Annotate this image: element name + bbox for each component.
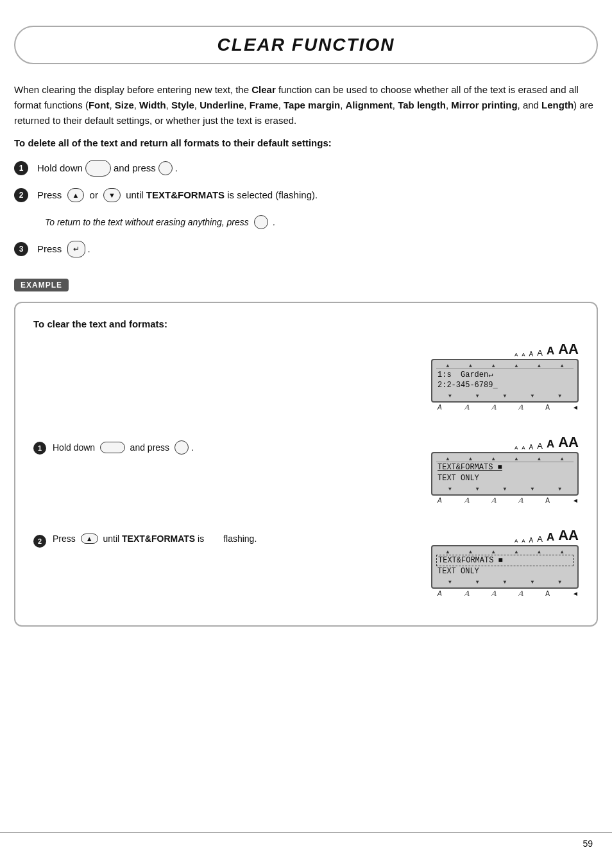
lcd-row2-1: 2:2-345-6789_ <box>436 380 574 392</box>
step3-text: Press <box>37 241 62 257</box>
lcd-row2-3: TEXT ONLY <box>436 566 574 578</box>
step-3-row: 3 Press ↵ . <box>14 241 598 257</box>
intro-comma-9: , <box>446 100 451 110</box>
example-step-1-row: 1 Hold down and press . A A A A A AA <box>33 434 579 514</box>
delete-heading: To delete all of the text and return all… <box>14 137 598 148</box>
lcd-screen-1: ▲▲▲▲▲▲ 1:s Garden↵ 2:2-345-6789_ ▼▼▼▼▼ <box>431 359 579 403</box>
intro-bold-mirror: Mirror printing <box>451 100 517 110</box>
lcd-display-1: A A A A A AA ▲▲▲▲▲▲ 1:s Garden↵ 2:2-345-… <box>425 341 579 411</box>
example-step-2-row: 2 Press ▲ until TEXT&FORMATS is flashing… <box>33 527 579 607</box>
main-steps: 1 Hold down and press . 2 Press ▲ or ▼ u… <box>14 160 598 204</box>
lcd-row1-1: 1:s Garden↵ <box>436 369 574 380</box>
step2-text-a: Press <box>37 187 62 204</box>
intro-bold-width: Width <box>139 100 166 110</box>
example-step1-num: 1 <box>33 442 46 455</box>
lcd-row2-2: TEXT ONLY <box>436 473 574 485</box>
intro-bold-underline: Underline <box>200 100 244 110</box>
example-step2-num: 2 <box>33 535 46 548</box>
step-3-content: Press ↵ . <box>37 241 90 257</box>
lcd-row1-3: TEXT&FORMATS ■ <box>436 555 574 566</box>
lcd-indicators-1: A 𝔸 𝔸 𝔸 A ◄ <box>438 404 579 411</box>
example-box: To clear the text and formats: A A A A A… <box>14 302 598 627</box>
intro-bold-tablength: Tab length <box>398 100 446 110</box>
page-number: 59 <box>582 838 593 849</box>
example-display-1-row: A A A A A AA ▲▲▲▲▲▲ 1:s Garden↵ 2:2-345-… <box>33 341 579 421</box>
lcd-indicators-2: A 𝔸 𝔸 𝔸 A ◄ <box>438 497 579 504</box>
intro-comma-2: , <box>134 100 139 110</box>
italic-note-row: To return to the text without erasing an… <box>45 215 598 229</box>
step-2-number: 2 <box>14 188 28 202</box>
lcd-row1-2: TEXT&FORMATS ■ <box>436 462 574 473</box>
ex-step2-bold: TEXT&FORMATS <box>122 534 195 544</box>
ex-step1-text-a: Hold down <box>53 442 95 453</box>
ex-step2-text-b: until <box>103 534 119 544</box>
intro-text-l: , and <box>518 100 542 110</box>
page-title: CLEAR FUNCTION <box>35 35 577 55</box>
intro-bold-alignment: Alignment <box>345 100 392 110</box>
step-2-content: Press ▲ or ▼ until TEXT&FORMATS is selec… <box>37 187 318 204</box>
title-box: CLEAR FUNCTION <box>14 26 598 64</box>
step2-bold-textformats: TEXT&FORMATS <box>146 187 225 204</box>
intro-comma-4: , <box>194 100 200 110</box>
cancel-key <box>254 215 268 229</box>
step1-period: . <box>175 160 178 177</box>
ex-step2-text-d: flashing. <box>223 534 257 544</box>
intro-bold-frame: Frame <box>250 100 278 110</box>
intro-comma-6: , <box>278 100 284 110</box>
example-box-title: To clear the text and formats: <box>33 318 579 329</box>
italic-note-text: To return to the text without erasing an… <box>45 217 249 227</box>
intro-bold-tapemargin: Tape margin <box>284 100 340 110</box>
lcd-display-2: A A A A A AA ▲▲▲▲▲▲ TEXT&FORMATS ■ TEXT … <box>425 434 579 504</box>
intro-bold-style: Style <box>171 100 194 110</box>
step-3-number: 3 <box>14 242 28 256</box>
ex-step1-period: . <box>191 442 194 453</box>
lcd-size-indicators-3: A A A A A AA <box>438 527 579 544</box>
lcd-size-indicators-1: A A A A A AA <box>438 341 579 358</box>
bottom-divider <box>0 832 612 833</box>
step2-text-b: or <box>90 187 98 204</box>
step-1-number: 1 <box>14 161 28 175</box>
lcd-indicators-3: A 𝔸 𝔸 𝔸 A ◄ <box>438 590 579 597</box>
intro-comma-8: , <box>393 100 398 110</box>
ex-step1-text-b: and press <box>130 442 169 453</box>
down-arrow-key: ▼ <box>103 188 121 203</box>
intro-bold-size: Size <box>115 100 134 110</box>
ex-step2-text-c: is <box>198 534 204 544</box>
ex-step1-clear-key <box>174 440 189 455</box>
intro-bold-clear: Clear <box>251 84 276 95</box>
clear-key-circle <box>158 161 173 175</box>
intro-comma-1: , <box>109 100 114 110</box>
intro-bold-font: Font <box>89 100 109 110</box>
ex-step1-code-key <box>100 442 125 453</box>
enter-key: ↵ <box>67 241 85 257</box>
ex-step2-text-a: Press <box>53 534 76 544</box>
example-step-1-text: 1 Hold down and press . <box>33 434 425 455</box>
step1-text-b: and press <box>114 160 156 177</box>
step-1-row: 1 Hold down and press . <box>14 160 598 177</box>
step1-text-a: Hold down <box>37 160 83 177</box>
example-badge: EXAMPLE <box>14 279 69 291</box>
ex-step2-up-key: ▲ <box>81 534 98 544</box>
step-1-content: Hold down and press . <box>37 160 178 177</box>
intro-bold-length: Length <box>541 100 574 110</box>
intro-paragraph: When clearing the display before enterin… <box>14 82 598 128</box>
lcd-size-indicators-2: A A A A A AA <box>438 434 579 451</box>
code-key-oval <box>85 160 111 177</box>
step2-text-d: is selected (flashing). <box>227 187 318 204</box>
up-arrow-key: ▲ <box>67 188 85 203</box>
example-step-2-text: 2 Press ▲ until TEXT&FORMATS is flashing… <box>33 527 425 548</box>
step2-text-c: until <box>126 187 144 204</box>
lcd-screen-2: ▲▲▲▲▲▲ TEXT&FORMATS ■ TEXT ONLY ▼▼▼▼▼ <box>431 452 579 496</box>
lcd-screen-3: ▲▲▲▲▲▲ TEXT&FORMATS ■ TEXT ONLY ▼▼▼▼▼ <box>431 545 579 589</box>
intro-comma-3: , <box>166 100 171 110</box>
lcd-display-3: A A A A A AA ▲▲▲▲▲▲ TEXT&FORMATS ■ TEXT … <box>425 527 579 597</box>
intro-text-a: When clearing the display before enterin… <box>14 84 251 95</box>
italic-note-period: . <box>271 217 276 227</box>
step-2-row: 2 Press ▲ or ▼ until TEXT&FORMATS is sel… <box>14 187 598 204</box>
step3-period: . <box>88 241 90 257</box>
intro-comma-5: , <box>244 100 249 110</box>
